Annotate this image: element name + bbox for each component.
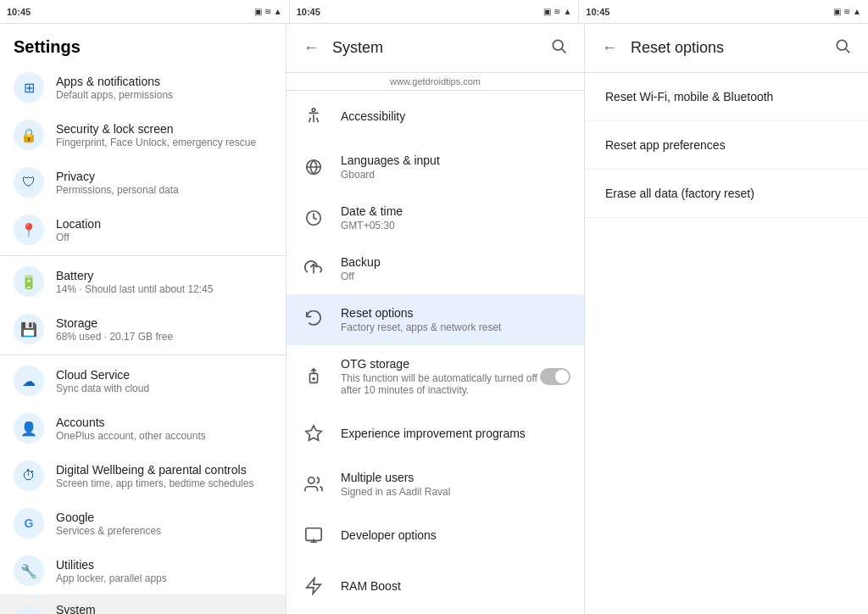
- utilities-icon: 🔧: [14, 555, 44, 586]
- icons-right: ▣ ≋ ▲: [833, 7, 861, 16]
- multiusers-text: Multiple users Signed in as Aadil Raval: [341, 471, 570, 498]
- storage-text: Storage 68% used · 20.17 GB free: [56, 316, 272, 343]
- system-search-button[interactable]: [547, 34, 570, 62]
- svg-point-15: [837, 40, 847, 50]
- settings-item-storage[interactable]: 💾 Storage 68% used · 20.17 GB free: [0, 305, 286, 353]
- settings-item-apps-notifications[interactable]: ⊞ Apps & notifications Default apps, per…: [0, 64, 286, 111]
- apps-notifications-icon: ⊞: [14, 72, 44, 103]
- backup-subtitle: Off: [341, 271, 570, 282]
- system-settings-title: System: [56, 603, 272, 614]
- settings-item-battery[interactable]: 🔋 Battery 14% · Should last until about …: [0, 258, 286, 305]
- system-item-accessibility[interactable]: Accessibility: [287, 91, 584, 142]
- icons-mid: ▣ ≋ ▲: [543, 7, 571, 16]
- system-back-button[interactable]: ←: [300, 36, 322, 60]
- wifi-icon-mid: ≋: [554, 7, 560, 16]
- system-panel-subtitle: www.getdroidtips.com: [287, 73, 584, 91]
- backup-icon: [300, 255, 327, 282]
- system-item-developer[interactable]: Developer options: [287, 510, 584, 561]
- backup-title: Backup: [341, 255, 570, 269]
- reset-icon: [300, 306, 327, 333]
- cloud-text: Cloud Service Sync data with cloud: [56, 368, 272, 394]
- storage-icon: 💾: [14, 314, 44, 344]
- system-icon: ⚙: [14, 607, 44, 615]
- system-item-reset[interactable]: Reset options Factory reset, apps & netw…: [287, 294, 584, 345]
- system-panel: ← System www.getdroidtips.com Accessibil…: [287, 24, 585, 614]
- system-item-languages[interactable]: Languages & input Gboard: [287, 142, 584, 193]
- battery-icon-right: ▣: [833, 7, 841, 16]
- google-subtitle: Services & preferences: [56, 525, 272, 537]
- settings-title: Settings: [0, 24, 286, 64]
- wellbeing-subtitle: Screen time, app timers, bedtime schedul…: [56, 477, 272, 489]
- battery-title: Battery: [56, 269, 272, 282]
- accounts-icon: 👤: [14, 413, 44, 444]
- system-item-experience[interactable]: Experience improvement programs: [287, 408, 584, 459]
- reset-factory-text: Erase all data (factory reset): [605, 187, 848, 200]
- battery-settings-icon: 🔋: [14, 266, 44, 297]
- system-item-otg[interactable]: OTG storage This function will be automa…: [287, 345, 584, 408]
- security-text: Security & lock screen Fingerprint, Face…: [56, 122, 272, 148]
- reset-item-factory[interactable]: Erase all data (factory reset): [585, 170, 868, 218]
- ramboost-title: RAM Boost: [341, 579, 570, 593]
- system-item-ramboost[interactable]: RAM Boost: [287, 561, 584, 611]
- security-title: Security & lock screen: [56, 122, 272, 136]
- accounts-text: Accounts OnePlus account, other accounts: [56, 416, 272, 442]
- experience-title: Experience improvement programs: [341, 427, 570, 440]
- settings-item-cloud[interactable]: ☁ Cloud Service Sync data with cloud: [0, 357, 286, 405]
- otg-toggle[interactable]: [540, 368, 570, 385]
- utilities-title: Utilities: [56, 558, 272, 572]
- accessibility-text: Accessibility: [341, 109, 570, 123]
- google-text: Google Services & preferences: [56, 511, 272, 537]
- settings-item-google[interactable]: G Google Services & preferences: [0, 500, 286, 547]
- time-mid: 10:45: [297, 7, 320, 17]
- security-subtitle: Fingerprint, Face Unlock, emergency resc…: [56, 137, 272, 148]
- settings-item-system[interactable]: ⚙ System Language & keyboard, time, rese…: [0, 594, 286, 614]
- battery-icon: ▣: [254, 7, 262, 16]
- wellbeing-text: Digital Wellbeing & parental controls Sc…: [56, 463, 272, 489]
- settings-item-wellbeing[interactable]: ⏱ Digital Wellbeing & parental controls …: [0, 452, 286, 500]
- languages-title: Languages & input: [341, 154, 570, 167]
- system-panel-title: System: [332, 39, 547, 57]
- reset-search-button[interactable]: [831, 34, 854, 62]
- status-bars: 10:45 ▣ ≋ ▲ 10:45 ▣ ≋ ▲ 10:45 ▣ ≋ ▲: [0, 0, 868, 24]
- location-subtitle: Off: [56, 232, 272, 243]
- privacy-text: Privacy Permissions, personal data: [56, 170, 272, 196]
- privacy-subtitle: Permissions, personal data: [56, 184, 272, 196]
- signal-icon-mid: ▲: [563, 7, 571, 16]
- reset-item-wifi[interactable]: Reset Wi-Fi, mobile & Bluetooth: [585, 73, 868, 121]
- settings-item-privacy[interactable]: 🛡 Privacy Permissions, personal data: [0, 159, 286, 206]
- svg-rect-10: [306, 528, 321, 541]
- languages-icon: [300, 154, 327, 181]
- settings-item-location[interactable]: 📍 Location Off: [0, 206, 286, 254]
- wellbeing-icon: ⏱: [14, 460, 44, 491]
- backup-text: Backup Off: [341, 255, 570, 282]
- wifi-icon-right: ≋: [843, 7, 850, 16]
- reset-item-apps[interactable]: Reset app preferences: [585, 121, 868, 170]
- multiusers-title: Multiple users: [341, 471, 570, 484]
- privacy-title: Privacy: [56, 170, 272, 183]
- system-item-multiusers[interactable]: Multiple users Signed in as Aadil Raval: [287, 459, 584, 510]
- languages-text: Languages & input Gboard: [341, 154, 570, 181]
- settings-item-security[interactable]: 🔒 Security & lock screen Fingerprint, Fa…: [0, 111, 286, 159]
- datetime-subtitle: GMT+05:30: [341, 220, 570, 232]
- location-title: Location: [56, 217, 272, 231]
- reset-subtitle: Factory reset, apps & network reset: [341, 321, 570, 333]
- multiusers-icon: [300, 471, 327, 498]
- reset-back-button[interactable]: ←: [598, 36, 620, 60]
- system-item-backup[interactable]: Backup Off: [287, 243, 584, 294]
- battery-text: Battery 14% · Should last until about 12…: [56, 269, 272, 295]
- main-content: Settings ⊞ Apps & notifications Default …: [0, 24, 868, 614]
- settings-item-utilities[interactable]: 🔧 Utilities App locker, parallel apps: [0, 547, 286, 594]
- datetime-icon: [300, 204, 327, 232]
- reset-panel-title: Reset options: [631, 39, 831, 57]
- ramboost-text: RAM Boost: [341, 579, 570, 593]
- settings-panel: Settings ⊞ Apps & notifications Default …: [0, 24, 287, 614]
- location-icon: 📍: [14, 215, 44, 245]
- cloud-subtitle: Sync data with cloud: [56, 382, 272, 394]
- accessibility-icon: [300, 103, 327, 130]
- system-item-datetime[interactable]: Date & time GMT+05:30: [287, 193, 584, 243]
- status-bar-mid: 10:45 ▣ ≋ ▲: [290, 0, 580, 24]
- otg-subtitle: This function will be automatically turn…: [341, 372, 540, 396]
- settings-item-accounts[interactable]: 👤 Accounts OnePlus account, other accoun…: [0, 405, 286, 452]
- utilities-subtitle: App locker, parallel apps: [56, 572, 272, 584]
- utilities-text: Utilities App locker, parallel apps: [56, 558, 272, 584]
